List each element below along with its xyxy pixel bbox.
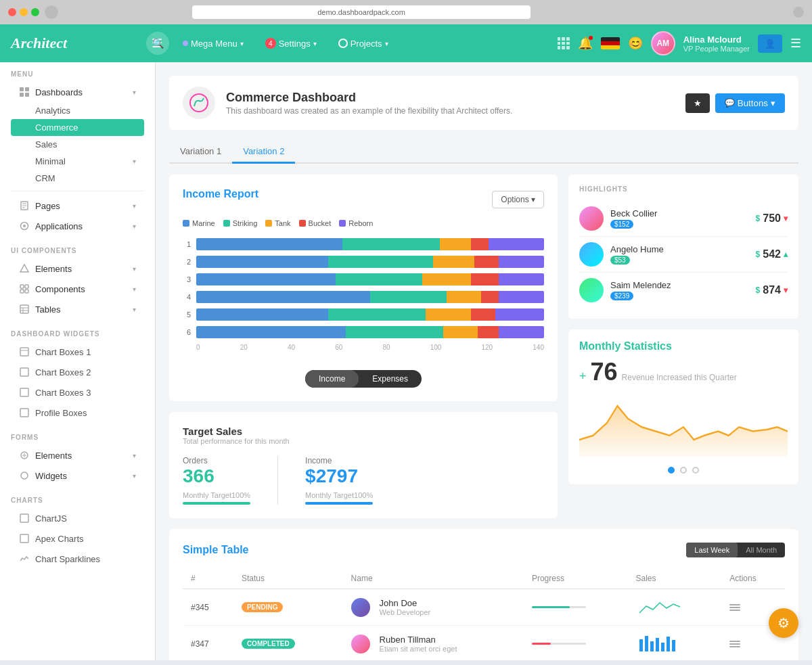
- highlight-row-2: Saim Melendez $239 $ 874 ▾: [579, 273, 788, 308]
- simple-table-card: Simple Table Last Week All Month # Statu…: [169, 529, 798, 660]
- elements-label: Elements: [35, 264, 127, 274]
- chart-sparklines-icon: [19, 553, 30, 564]
- minimal-arrow: ▾: [133, 158, 136, 165]
- emoji-icon[interactable]: 😊: [628, 36, 643, 51]
- row-id-0: #345: [183, 589, 233, 626]
- star-button[interactable]: ★: [685, 93, 710, 113]
- sidebar-item-pages[interactable]: Pages ▾: [11, 196, 144, 216]
- apex-charts-icon: [19, 533, 30, 544]
- browser-back-icon[interactable]: [45, 5, 58, 19]
- income-progress-fill: [305, 502, 373, 505]
- carousel-dot-1[interactable]: [680, 467, 687, 474]
- sidebar-item-chartjs[interactable]: ChartJS: [11, 508, 144, 528]
- highlight-info-1: Angelo Hume $53: [610, 244, 756, 265]
- legend-marine: Marine: [183, 219, 215, 227]
- row-status-0: PENDING: [233, 589, 343, 626]
- projects-button[interactable]: Projects ▾: [330, 35, 397, 53]
- highlight-avatar-0: [579, 206, 604, 231]
- highlights-title: HIGHLIGHTS: [579, 185, 788, 193]
- floating-gear-button[interactable]: ⚙: [769, 608, 798, 638]
- sidebar-item-applications[interactable]: Applications ▾: [11, 216, 144, 236]
- sidebar-item-tables[interactable]: Tables ▾: [11, 299, 144, 319]
- svg-rect-35: [661, 643, 664, 651]
- components-icon: [19, 283, 30, 294]
- projects-icon: [338, 39, 348, 48]
- page-header-actions: ★ 💬 Buttons ▾: [685, 93, 785, 113]
- main-content: Commerce Dashboard This dashboard was cr…: [156, 62, 812, 660]
- svg-rect-11: [20, 285, 24, 288]
- dot-red: [8, 8, 16, 16]
- chart-row-2: 2: [183, 256, 544, 268]
- sidebar-item-forms-elements[interactable]: Elements ▾: [11, 445, 144, 465]
- sidebar-item-minimal[interactable]: Minimal ▾: [11, 153, 144, 170]
- buttons-dropdown-button[interactable]: 💬 Buttons ▾: [715, 93, 785, 113]
- chart-row-5: 5: [183, 308, 544, 321]
- sidebar-item-elements[interactable]: Elements ▾: [11, 258, 144, 279]
- grid-icon[interactable]: [558, 37, 570, 49]
- chart-row-6: 6: [183, 326, 544, 338]
- sidebar-item-commerce[interactable]: Commerce: [11, 119, 144, 136]
- mega-menu-button[interactable]: Mega Menu ▾: [175, 35, 252, 53]
- expenses-toggle-btn[interactable]: Expenses: [359, 370, 422, 388]
- table-header-row: # Status Name Progress Sales Actions: [183, 568, 785, 589]
- carousel-dot-0[interactable]: [668, 467, 675, 474]
- arrow-down-0: ▾: [784, 214, 788, 223]
- sidebar-item-dashboards[interactable]: Dashboards ▾: [11, 82, 144, 102]
- more-options-icon[interactable]: ☰: [790, 36, 801, 51]
- sidebar-item-chart-boxes-1[interactable]: Chart Boxes 1: [11, 342, 144, 362]
- sidebar-item-analytics[interactable]: Analytics: [11, 102, 144, 119]
- data-table: # Status Name Progress Sales Actions #34…: [183, 568, 785, 660]
- income-report-card: Income Report Options ▾ Marine: [169, 175, 558, 401]
- svg-rect-31: [639, 639, 643, 651]
- sidebar-item-chart-boxes-3[interactable]: Chart Boxes 3: [11, 382, 144, 403]
- user-avatar[interactable]: AM: [651, 31, 675, 55]
- notification-dot: [589, 36, 593, 40]
- col-id: #: [183, 568, 233, 589]
- plus-sign: +: [579, 369, 587, 384]
- sidebar-item-chart-boxes-2[interactable]: Chart Boxes 2: [11, 362, 144, 382]
- svg-rect-0: [20, 87, 24, 91]
- arrow-up-1: ▴: [784, 250, 788, 259]
- chart-sparklines-label: Chart Sparklines: [35, 554, 136, 564]
- orders-value: 366: [183, 465, 250, 487]
- search-button[interactable]: 🔍: [146, 32, 169, 55]
- applications-label: Applications: [35, 221, 127, 231]
- sidebar-item-forms-widgets[interactable]: Widgets ▾: [11, 465, 144, 486]
- sidebar-item-profile-boxes[interactable]: Profile Boxes: [11, 403, 144, 423]
- income-toggle-btn[interactable]: Income: [305, 370, 359, 388]
- col-name: Name: [343, 568, 524, 589]
- orders-progress: Monthly Target 100%: [183, 491, 250, 505]
- svg-point-9: [23, 225, 26, 227]
- brand-logo: Architect: [11, 35, 146, 52]
- language-flag[interactable]: [601, 37, 620, 49]
- svg-rect-12: [25, 285, 28, 288]
- page-header: Commerce Dashboard This dashboard was cr…: [169, 76, 798, 130]
- filter-last-week[interactable]: Last Week: [686, 543, 738, 557]
- sidebar-item-sales[interactable]: Sales: [11, 136, 144, 153]
- elements-icon: [19, 263, 30, 274]
- sidebar-item-apex-charts[interactable]: Apex Charts: [11, 528, 144, 549]
- options-button[interactable]: Options ▾: [492, 191, 544, 208]
- filter-all-month[interactable]: All Month: [738, 543, 785, 557]
- tab-variation1[interactable]: Variation 1: [169, 141, 232, 164]
- chart-row-4: 4: [183, 291, 544, 303]
- carousel-dot-2[interactable]: [692, 467, 699, 474]
- pages-arrow: ▾: [133, 202, 136, 210]
- tab-variation2[interactable]: Variation 2: [232, 141, 295, 164]
- col-actions: Actions: [721, 568, 785, 589]
- sidebar-item-components[interactable]: Components ▾: [11, 279, 144, 299]
- applications-arrow: ▾: [133, 223, 136, 230]
- sidebar-item-crm[interactable]: CRM: [11, 170, 144, 187]
- sidebar-item-chart-sparklines[interactable]: Chart Sparklines: [11, 549, 144, 569]
- income-report-title: Income Report: [183, 188, 258, 200]
- notifications-button[interactable]: 🔔: [578, 36, 593, 51]
- highlight-avatar-2: [579, 278, 604, 302]
- user-action-button[interactable]: 👤: [758, 35, 782, 53]
- svg-rect-3: [25, 93, 29, 97]
- svg-rect-29: [20, 534, 28, 543]
- table-row: #347 COMPLETED Ruben Tillman Etiam sit a…: [183, 626, 785, 661]
- user-info[interactable]: Alina Mclourd VP People Manager: [683, 35, 750, 53]
- settings-button[interactable]: 4 Settings ▾: [257, 34, 325, 53]
- address-bar[interactable]: demo.dashboardpack.com: [192, 5, 531, 19]
- browser-reload-icon[interactable]: [793, 7, 804, 18]
